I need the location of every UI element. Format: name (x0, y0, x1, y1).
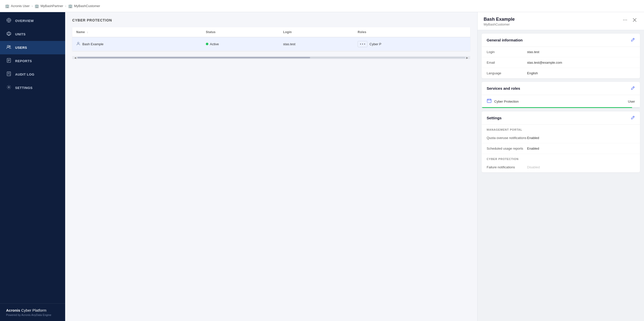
settings-icon (6, 85, 12, 91)
close-detail-button[interactable] (631, 17, 638, 23)
sidebar-label-settings: Settings (15, 86, 33, 90)
page-title: CYBER PROTECTION (72, 18, 470, 22)
svg-point-18 (8, 87, 10, 88)
col-status: Status (202, 27, 279, 37)
main-panel: CYBER PROTECTION Name ↓ Status Login (65, 12, 477, 321)
mgmt-portal-subtitle: MANAGEMENT PORTAL (482, 125, 640, 133)
detail-header-actions (622, 17, 638, 23)
horizontal-scrollbar[interactable]: ◀ ▶ (72, 56, 470, 59)
language-value: English (527, 71, 538, 75)
email-row: Email stas.test@example.com (482, 57, 640, 68)
general-edit-icon[interactable] (631, 38, 635, 42)
building-icon-2: 🏢 (35, 4, 39, 8)
detail-title: Bash Example (484, 17, 515, 22)
svg-rect-25 (487, 99, 491, 103)
language-label: Language (487, 71, 527, 75)
overview-icon (6, 18, 12, 24)
sidebar-item-users[interactable]: Users (0, 41, 65, 54)
breadcrumb-item-3[interactable]: 🏢 MyBashCustomer (68, 4, 100, 8)
email-label: Email (487, 61, 527, 64)
email-value: stas.test@example.com (527, 61, 562, 64)
sidebar-label-overview: Overview (15, 19, 34, 23)
scroll-right-arrow[interactable]: ▶ (465, 56, 469, 60)
breadcrumb: 🏢 Acronis User › 🏢 MyBashPartner › 🏢 MyB… (0, 0, 644, 12)
settings-section: Settings MANAGEMENT PORTAL Quota overuse… (482, 111, 640, 172)
svg-marker-7 (8, 33, 10, 35)
sidebar-label-users: Users (15, 46, 27, 50)
sidebar-footer: Acronis Cyber Platform Powered by Acroni… (0, 303, 65, 321)
login-value: stas.test (527, 50, 539, 54)
col-login: Login (279, 27, 354, 37)
login-label: Login (487, 50, 527, 54)
user-name: Bash Example (82, 42, 104, 46)
breadcrumb-item-1[interactable]: 🏢 Acronis User (5, 4, 30, 8)
sidebar-label-units: Units (15, 32, 26, 36)
general-info-header: General information (482, 34, 640, 47)
detail-panel: Bash Example MyBashCustomer (477, 12, 644, 321)
general-info-section: General information Login stas.test Emai… (482, 34, 640, 78)
sidebar: Overview Units (0, 12, 65, 321)
col-roles: Roles (354, 27, 470, 37)
quota-row: Quota overuse notifications Enabled (482, 133, 640, 143)
usage-reports-value: Enabled (527, 147, 539, 150)
breadcrumb-item-2[interactable]: 🏢 MyBashPartner (35, 4, 63, 8)
failure-notif-row: Failure notifications Disabled (482, 162, 640, 172)
user-row-icon (76, 42, 80, 47)
sidebar-label-reports: Reports (15, 59, 32, 63)
sidebar-item-settings[interactable]: Settings (0, 81, 65, 95)
powered-by-label: Powered by Acronis AnyData Engine (6, 313, 59, 316)
quota-label: Quota overuse notifications (487, 136, 527, 140)
service-role: User (628, 100, 635, 103)
services-edit-icon[interactable] (631, 86, 635, 91)
status-badge: Active (206, 42, 219, 46)
svg-point-19 (78, 42, 79, 44)
svg-point-20 (623, 20, 624, 20)
failure-notif-value: Disabled (527, 165, 540, 169)
settings-header: Settings (482, 111, 640, 125)
building-icon-3: 🏢 (68, 4, 72, 8)
settings-title: Settings (487, 116, 502, 120)
service-progress-fill (482, 107, 632, 108)
units-icon (6, 31, 12, 37)
table-row[interactable]: Bash Example Active stas.test (72, 37, 470, 51)
svg-point-9 (9, 46, 11, 47)
detail-subtitle: MyBashCustomer (484, 22, 515, 26)
usage-reports-label: Scheduled usage reports (487, 147, 527, 150)
scrollbar-track[interactable] (77, 57, 465, 58)
sidebar-item-units[interactable]: Units (0, 28, 65, 41)
sidebar-item-audit-log[interactable]: Audit Log (0, 68, 65, 81)
cyber-protection-icon (487, 98, 492, 105)
services-section: Services and roles (482, 82, 640, 108)
login-cell: stas.test (279, 37, 354, 51)
more-actions-button[interactable] (622, 17, 628, 23)
services-header: Services and roles (482, 82, 640, 95)
settings-edit-icon[interactable] (631, 116, 635, 120)
users-table: Name ↓ Status Login Roles (72, 27, 470, 51)
cyber-protection-subtitle: CYBER PROTECTION (482, 154, 640, 162)
sidebar-item-reports[interactable]: Reports (0, 54, 65, 68)
col-name[interactable]: Name ↓ (72, 27, 202, 37)
scroll-left-arrow[interactable]: ◀ (73, 56, 77, 60)
sidebar-nav: Overview Units (0, 12, 65, 303)
building-icon-1: 🏢 (5, 4, 9, 8)
login-row: Login stas.test (482, 47, 640, 57)
content-area: CYBER PROTECTION Name ↓ Status Login (65, 12, 644, 321)
svg-point-1 (8, 19, 10, 21)
audit-log-icon (6, 71, 12, 78)
failure-notif-label: Failure notifications (487, 165, 527, 169)
breadcrumb-sep-1: › (32, 4, 33, 8)
sidebar-item-overview[interactable]: Overview (0, 14, 65, 28)
services-title: Services and roles (487, 86, 520, 90)
roles-cell: Cyber P (369, 42, 381, 46)
language-row: Language English (482, 68, 640, 78)
brand-label: Acronis Cyber Platform (6, 308, 59, 312)
breadcrumb-sep-2: › (65, 4, 66, 8)
svg-rect-14 (7, 72, 11, 76)
quota-value: Enabled (527, 136, 539, 140)
status-dot (206, 43, 208, 45)
sort-icon: ↓ (87, 30, 88, 34)
service-progress-bar (482, 107, 640, 108)
svg-point-8 (7, 45, 9, 47)
row-action-button[interactable]: • • • (358, 41, 367, 47)
scrollbar-thumb[interactable] (77, 57, 310, 58)
